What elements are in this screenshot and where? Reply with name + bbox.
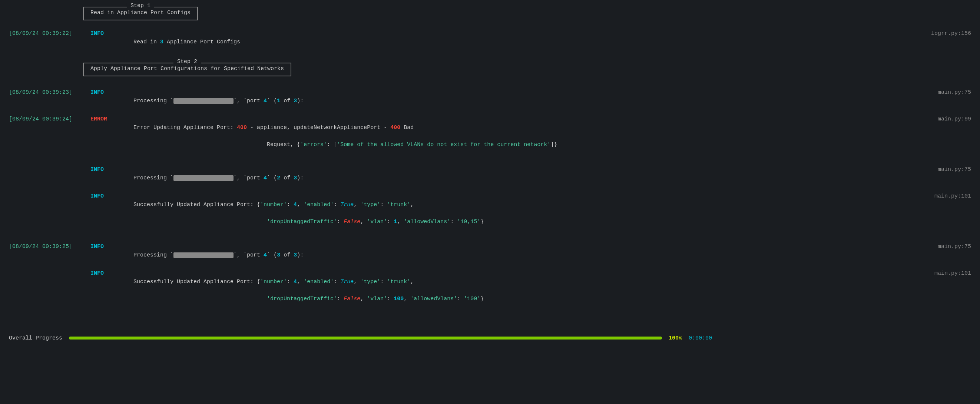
- log-2-of1: 1: [277, 98, 280, 104]
- log-7-fileref: main.py:101: [927, 269, 971, 278]
- log-3-code1: 400: [237, 124, 247, 131]
- log-2-msg: Processing ` `, `port 4` (1 of 3):: [120, 88, 912, 114]
- log-7-level: INFO: [91, 269, 120, 278]
- log-1-fileref: logrr.py:156: [927, 29, 971, 38]
- log-5-v6: '10,15': [457, 219, 480, 225]
- log-5-k1: 'number': [260, 202, 287, 208]
- log-1-num: 3: [160, 39, 164, 45]
- redacted-3: [173, 253, 234, 258]
- log-5-level: INFO: [91, 192, 120, 200]
- log-line-3: [08/09/24 00:39:24] ERROR Error Updating…: [9, 115, 971, 158]
- step-2-box: Step 2 Apply Appliance Port Configuratio…: [83, 63, 971, 80]
- log-7-msg: Successfully Updated Appliance Port: {'n…: [120, 269, 912, 312]
- log-3-key: 'errors': [300, 142, 327, 148]
- log-4-port: 4: [264, 175, 267, 181]
- log-5-msg: Successfully Updated Appliance Port: {'n…: [120, 192, 912, 235]
- spacer-2: [9, 85, 971, 88]
- log-1-timestamp: [08/09/24 00:39:22]: [9, 29, 91, 38]
- redacted-1: [173, 98, 234, 104]
- step-1-box: Step 1 Read in Appliance Port Configs: [83, 7, 971, 24]
- progress-label: Overall Progress: [9, 335, 62, 341]
- spacer-3: [9, 159, 971, 165]
- log-3-fileref: main.py:99: [927, 115, 971, 123]
- log-line-2: [08/09/24 00:39:23] INFO Processing ` `,…: [9, 88, 971, 114]
- log-7-v3: 'trunk': [387, 279, 410, 285]
- progress-bar-container: [69, 337, 662, 339]
- log-5-k6: 'allowedVlans': [404, 219, 450, 225]
- log-3-str: 'Some of the allowed VLANs do not exist …: [337, 142, 550, 148]
- log-6-timestamp: [08/09/24 00:39:25]: [9, 242, 91, 251]
- log-line-5: INFO Successfully Updated Appliance Port…: [9, 192, 971, 235]
- log-4-fileref: main.py:75: [927, 165, 971, 174]
- log-5-k5: 'vlan': [367, 219, 387, 225]
- log-4-of3: 3: [294, 175, 297, 181]
- spacer-1: [9, 56, 971, 63]
- progress-time: 0:00:00: [689, 335, 712, 341]
- log-7-k1: 'number': [260, 279, 287, 285]
- step-1-label: Step 1: [127, 3, 154, 9]
- log-7-k2: 'enabled': [304, 279, 334, 285]
- progress-bar-fill: [69, 337, 662, 339]
- log-6-port: 4: [264, 252, 267, 258]
- log-5-k4: 'dropUntaggedTraffic': [267, 219, 337, 225]
- log-7-v5: 100: [394, 296, 404, 302]
- redacted-2: [173, 175, 234, 181]
- log-3-level: ERROR: [91, 115, 120, 123]
- spacer-5: [9, 313, 971, 320]
- log-6-level: INFO: [91, 242, 120, 251]
- progress-pct: 100%: [669, 335, 682, 341]
- log-line-6: [08/09/24 00:39:25] INFO Processing ` `,…: [9, 242, 971, 268]
- log-3-code2: 400: [390, 124, 400, 131]
- log-5-k3: 'type': [360, 202, 380, 208]
- progress-section: Overall Progress 100% 0:00:00: [9, 335, 971, 341]
- log-4-level: INFO: [91, 165, 120, 174]
- log-7-k6: 'allowedVlans': [410, 296, 457, 302]
- log-7-v1: 4: [294, 279, 297, 285]
- log-6-msg: Processing ` `, `port 4` (3 of 3):: [120, 242, 912, 268]
- log-7-k4: 'dropUntaggedTraffic': [267, 296, 337, 302]
- log-5-v3: 'trunk': [387, 202, 410, 208]
- spacer-6: [9, 320, 971, 326]
- log-line-4: INFO Processing ` `, `port 4` (2 of 3): …: [9, 165, 971, 191]
- spacer-4: [9, 236, 971, 242]
- log-5-v2: True: [340, 202, 353, 208]
- log-1-msg: Read in 3 Appliance Port Configs: [120, 29, 912, 55]
- log-4-msg: Processing ` `, `port 4` (2 of 3):: [120, 165, 912, 191]
- log-6-of3a: 3: [277, 252, 280, 258]
- log-5-k2: 'enabled': [304, 202, 334, 208]
- log-6-fileref: main.py:75: [927, 242, 971, 251]
- log-2-port: 4: [264, 98, 267, 104]
- log-line-7: INFO Successfully Updated Appliance Port…: [9, 269, 971, 312]
- log-5-v1: 4: [294, 202, 297, 208]
- log-3-msg: Error Updating Appliance Port: 400 - app…: [120, 115, 912, 158]
- log-7-k3: 'type': [360, 279, 380, 285]
- log-6-of3b: 3: [294, 252, 297, 258]
- step-1-content: Read in Appliance Port Configs: [91, 10, 191, 16]
- log-5-v5: 1: [394, 219, 397, 225]
- log-7-k5: 'vlan': [367, 296, 387, 302]
- log-line-1: [08/09/24 00:39:22] INFO Read in 3 Appli…: [9, 29, 971, 55]
- log-4-of2: 2: [277, 175, 280, 181]
- log-2-timestamp: [08/09/24 00:39:23]: [9, 88, 91, 97]
- log-7-v4: False: [344, 296, 360, 302]
- log-5-fileref: main.py:101: [927, 192, 971, 200]
- log-2-of3: 3: [294, 98, 297, 104]
- log-3-timestamp: [08/09/24 00:39:24]: [9, 115, 91, 123]
- log-1-level: INFO: [91, 29, 120, 38]
- log-7-v6: '100': [464, 296, 480, 302]
- log-7-v2: True: [340, 279, 353, 285]
- log-2-fileref: main.py:75: [927, 88, 971, 97]
- step-2-content: Apply Appliance Port Configurations for …: [91, 65, 284, 72]
- step-2-label: Step 2: [173, 59, 201, 65]
- log-2-level: INFO: [91, 88, 120, 97]
- log-5-v4: False: [344, 219, 360, 225]
